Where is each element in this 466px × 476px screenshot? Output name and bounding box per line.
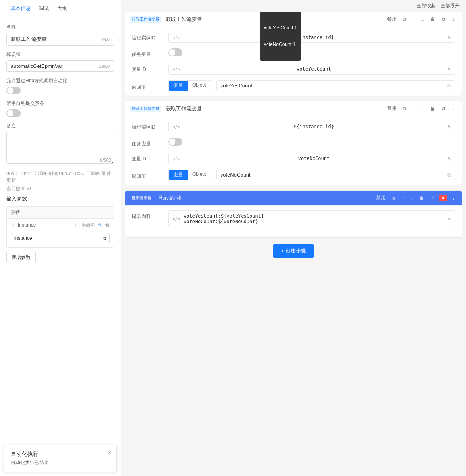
tab-basic-info[interactable]: 基本信息 xyxy=(6,0,35,17)
more-btn-3[interactable]: ✕ xyxy=(439,195,447,201)
var-id-expand-icon-2[interactable]: ∨ xyxy=(447,156,451,161)
expand-icon-1[interactable]: ∨ xyxy=(447,35,451,40)
duplicate-btn-3[interactable]: ⧉ xyxy=(390,195,397,202)
param-value-copy-icon[interactable]: ⧉ xyxy=(103,235,106,241)
disable-btn-3[interactable]: 禁用 xyxy=(374,194,387,202)
id-value: automaticGetBpmnVar xyxy=(11,63,63,69)
collapse-all-button[interactable]: 全部收起 xyxy=(417,2,436,9)
required-checkbox[interactable] xyxy=(75,223,80,227)
prompt-expand-icon[interactable]: ∨ xyxy=(447,216,451,222)
id-input[interactable]: automaticGetBpmnVar 19/50 xyxy=(6,60,114,72)
tooltip-line2: voteNoCount:1 xyxy=(264,42,297,47)
var-id-label-1: 变量ID xyxy=(132,64,163,73)
prompt-input[interactable]: </> voteYesCount:${voteYesCount} voteNoC… xyxy=(168,210,455,227)
step-header-2: 获取工作流变量 获取工作流变量 禁用 ⧉ ↑ ↓ 🗑 ↺ ∨ xyxy=(125,101,462,116)
move-up-btn-1[interactable]: ↑ xyxy=(411,16,417,23)
var-id-code-icon-2: </> xyxy=(173,156,180,161)
task-var-row-2: 任务变量 xyxy=(132,138,455,147)
step-header-3: 显示提示框 显示提示框 禁用 ⧉ ↑ ↓ 🗑 ↺ ✕ ∨ xyxy=(125,191,462,206)
process-id-label-1: 流程实例ID xyxy=(132,32,163,41)
tab-debug[interactable]: 调试 xyxy=(35,0,53,17)
reset-btn-3[interactable]: ↺ xyxy=(429,195,436,202)
move-down-btn-3[interactable]: ↓ xyxy=(409,195,414,202)
param-table-header: 参数 xyxy=(7,207,114,219)
disable-btn-2[interactable]: 禁用 xyxy=(385,104,398,113)
var-id-input-2[interactable]: </> voteNoCount ∨ xyxy=(168,153,455,164)
return-tab-var-2[interactable]: 变量 xyxy=(169,170,188,180)
param-value-text: instance xyxy=(14,235,32,241)
var-id-row-1: 变量ID </> voteYesCount ∨ xyxy=(132,64,455,75)
prompt-line2: voteNoCount:${voteNoCount} xyxy=(184,219,264,224)
prompt-row: 提示内容 </> voteYesCount:${voteYesCount} vo… xyxy=(132,210,455,227)
http-toggle-group: 允许通过Http方式调用自动化 xyxy=(6,77,114,94)
notification-close-button[interactable]: × xyxy=(108,449,111,456)
process-id-input-1[interactable]: </> ${instance.id} ∨ xyxy=(168,32,455,43)
more-btn-2[interactable]: ∨ xyxy=(450,105,457,112)
param-value-input[interactable]: instance ⧉ xyxy=(11,233,110,243)
var-id-input-1[interactable]: </> voteYesCount ∨ xyxy=(168,64,455,75)
move-up-btn-3[interactable]: ↑ xyxy=(400,195,406,202)
note-count: 0/500 xyxy=(100,158,111,162)
return-tab-var-1[interactable]: 变量 xyxy=(169,81,188,91)
return-value-input-1[interactable]: voteYesCount ⧉ xyxy=(216,80,455,91)
expand-icon-2[interactable]: ∨ xyxy=(447,124,451,129)
param-name: Instance xyxy=(18,222,72,228)
param-row: ⠿ Instance 非必填 ✎ 🗑 xyxy=(7,219,114,231)
task-var-toggle-1[interactable] xyxy=(168,48,182,56)
tab-outline[interactable]: 大纲 xyxy=(53,0,71,17)
var-id-code-icon-1: </> xyxy=(173,67,180,72)
expand-all-button[interactable]: 全部展开 xyxy=(441,2,460,9)
var-id-expand-icon-1[interactable]: ∨ xyxy=(447,66,451,72)
tooltip-popup: voteYesCount:1 voteNoCount:1 xyxy=(260,12,301,61)
return-tabs-1: 变量 Object xyxy=(168,80,211,91)
reset-btn-1[interactable]: ↺ xyxy=(440,16,447,23)
process-id-value-1: </> ${instance.id} ∨ xyxy=(168,32,455,43)
process-id-row-2: 流程实例ID </> ${instance.id} ∨ xyxy=(132,121,455,132)
code-icon-1: </> xyxy=(173,35,180,40)
expand-btn-3[interactable]: ∨ xyxy=(450,195,457,202)
duplicate-btn-1[interactable]: ⧉ xyxy=(401,16,408,23)
task-var-toggle-2[interactable] xyxy=(168,138,182,146)
add-param-button[interactable]: 新增参数 xyxy=(6,252,36,263)
var-id-value-2: </> voteNoCount ∨ xyxy=(168,153,455,164)
delete-btn-2[interactable]: 🗑 xyxy=(429,105,437,112)
delete-param-icon[interactable]: 🗑 xyxy=(105,222,110,228)
create-step-button[interactable]: + 创建步骤 xyxy=(273,244,314,258)
return-value-row-1: 返回值 变量 Object voteYesCount ⧉ xyxy=(132,80,455,91)
return-tab-object-1[interactable]: Object xyxy=(188,81,211,91)
notification-desc: 自动化执行已结束 xyxy=(11,459,110,466)
param-required: 非必填 xyxy=(75,222,95,228)
http-toggle[interactable] xyxy=(6,87,21,94)
auto-submit-label: 禁用自动提交事务 xyxy=(6,100,114,107)
move-down-btn-2[interactable]: ↓ xyxy=(420,105,426,112)
task-var-toggle-row-2 xyxy=(168,138,455,146)
prompt-code-icon: </> xyxy=(173,216,180,222)
return-value-text-1: voteYesCount xyxy=(221,83,252,89)
required-label: 非必填 xyxy=(82,222,95,228)
edit-param-icon[interactable]: ✎ xyxy=(98,222,102,228)
drag-icon[interactable]: ⠿ xyxy=(11,222,15,228)
return-tab-object-2[interactable]: Object xyxy=(188,170,211,180)
process-id-text-2: ${instance.id} xyxy=(294,124,334,129)
disable-btn-1[interactable]: 禁用 xyxy=(385,15,398,23)
process-id-input-2[interactable]: </> ${instance.id} ∨ xyxy=(168,121,455,132)
task-var-value-2 xyxy=(168,138,455,146)
return-value-row-2: 返回值 变量 Object voteNoCount ⧉ xyxy=(132,170,455,180)
left-content: 名称 获取工作流变量 7/50 标识符 automaticGetBpmnVar … xyxy=(0,17,121,476)
name-input[interactable]: 获取工作流变量 7/50 xyxy=(6,33,114,46)
step-tag-2: 获取工作流变量 xyxy=(130,106,161,112)
move-down-btn-1[interactable]: ↓ xyxy=(420,16,426,23)
right-panel: 全部收起 全部展开 voteYesCount:1 voteNoCount:1 获… xyxy=(121,0,466,476)
note-textarea[interactable] xyxy=(6,132,114,164)
var-id-label-2: 变量ID xyxy=(132,153,163,162)
duplicate-btn-2[interactable]: ⧉ xyxy=(401,105,408,112)
return-value-copy-1[interactable]: ⧉ xyxy=(447,83,451,89)
delete-btn-1[interactable]: 🗑 xyxy=(429,16,437,23)
auto-submit-toggle[interactable] xyxy=(6,109,21,117)
return-value-copy-2[interactable]: ⧉ xyxy=(447,172,451,178)
reset-btn-2[interactable]: ↺ xyxy=(440,105,447,112)
move-up-btn-2[interactable]: ↑ xyxy=(411,105,417,112)
return-value-input-2[interactable]: voteNoCount ⧉ xyxy=(216,170,455,180)
more-btn-1[interactable]: ∨ xyxy=(450,16,457,23)
delete-btn-3[interactable]: 🗑 xyxy=(418,195,426,202)
